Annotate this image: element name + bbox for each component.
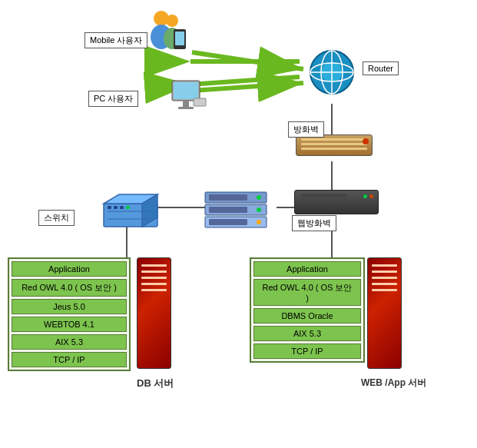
svg-rect-37 <box>114 206 118 209</box>
pc-user-label: PC 사용자 <box>88 91 138 107</box>
svg-rect-46 <box>209 194 247 201</box>
left-list-item-2: Jeus 5.0 <box>12 299 127 314</box>
svg-rect-23 <box>178 107 194 109</box>
svg-point-43 <box>257 195 261 200</box>
mobile-user-icon <box>146 8 188 60</box>
switch-label: 스위치 <box>38 210 75 226</box>
svg-rect-22 <box>183 101 189 107</box>
diagram-container: Mobile 사용자 PC 사용자 Router <box>0 0 477 448</box>
svg-rect-38 <box>120 206 124 209</box>
right-list-item-1: Red OWL 4.0 ( OS 보안 ) <box>253 279 361 306</box>
web-firewall-label: 웹방화벽 <box>292 215 336 231</box>
svg-point-44 <box>257 207 261 212</box>
pc-user-icon <box>171 77 209 118</box>
router-icon <box>307 48 353 94</box>
right-list-item-2: DBMS Oracle <box>253 308 361 324</box>
web-firewall-device <box>294 190 379 214</box>
middle-server-device <box>201 188 270 233</box>
svg-rect-47 <box>209 207 247 213</box>
left-server-rack <box>137 257 171 369</box>
svg-rect-21 <box>174 82 198 99</box>
switch-icon <box>92 188 165 241</box>
mobile-user-label: Mobile 사용자 <box>84 32 147 48</box>
svg-rect-39 <box>126 206 130 209</box>
svg-rect-24 <box>194 98 206 106</box>
svg-point-15 <box>166 15 178 27</box>
firewall-label: 방화벽 <box>288 121 324 138</box>
svg-point-45 <box>257 220 261 224</box>
router-label: Router <box>363 61 399 75</box>
right-service-list: Application Red OWL 4.0 ( OS 보안 ) DBMS O… <box>250 257 365 363</box>
svg-rect-36 <box>108 206 111 209</box>
left-list-item-1: Red OWL 4.0 ( OS 보안 ) <box>12 279 127 297</box>
right-list-item-0: Application <box>253 261 361 277</box>
svg-rect-19 <box>175 32 184 45</box>
left-list-item-0: Application <box>12 261 127 277</box>
right-list-item-3: AIX 5.3 <box>253 326 361 341</box>
left-list-item-5: TCP / IP <box>12 352 127 367</box>
web-app-server-label: WEB /App 서버 <box>361 377 426 390</box>
right-list-item-4: TCP / IP <box>253 343 361 359</box>
svg-line-2 <box>192 52 303 69</box>
right-server-rack <box>367 257 402 369</box>
left-service-list: Application Red OWL 4.0 ( OS 보안 ) Jeus 5… <box>8 257 131 371</box>
left-list-item-3: WEBTOB 4.1 <box>12 317 127 332</box>
db-server-label: DB 서버 <box>137 377 174 390</box>
svg-rect-48 <box>209 219 247 225</box>
firewall-device <box>296 134 373 156</box>
left-list-item-4: AIX 5.3 <box>12 334 127 350</box>
